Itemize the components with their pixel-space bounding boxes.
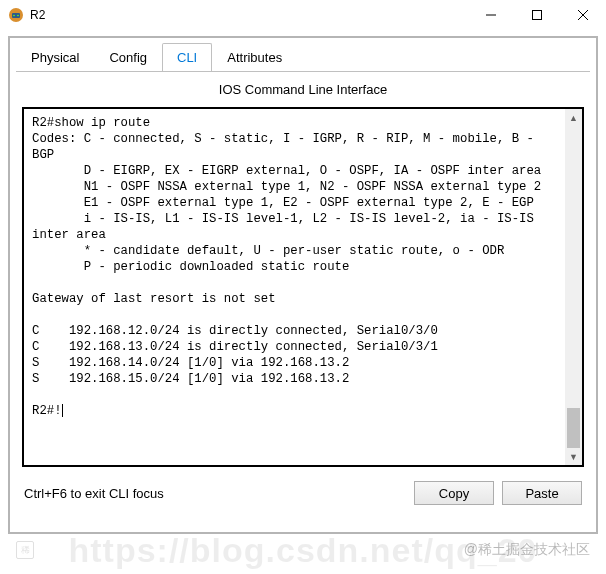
app-icon (8, 7, 24, 23)
juejin-logo-icon: 稀 (16, 541, 34, 559)
tab-bar: Physical Config CLI Attributes (10, 38, 596, 71)
scroll-track[interactable] (565, 126, 582, 448)
paste-button[interactable]: Paste (502, 481, 582, 505)
scroll-up-icon[interactable]: ▲ (565, 109, 582, 126)
maximize-button[interactable] (514, 0, 560, 30)
window-title: R2 (30, 8, 468, 22)
scroll-down-icon[interactable]: ▼ (565, 448, 582, 465)
title-bar: R2 (0, 0, 606, 30)
terminal-text: R2#show ip route Codes: C - connected, S… (32, 116, 541, 418)
cli-focus-hint: Ctrl+F6 to exit CLI focus (24, 486, 406, 501)
scroll-thumb[interactable] (567, 408, 580, 448)
window-controls (468, 0, 606, 30)
tab-config[interactable]: Config (94, 43, 162, 72)
main-panel: Physical Config CLI Attributes IOS Comma… (8, 36, 598, 534)
watermark-left: 稀 (16, 541, 34, 559)
tab-physical[interactable]: Physical (16, 43, 94, 72)
copy-button[interactable]: Copy (414, 481, 494, 505)
terminal-scrollbar[interactable]: ▲ ▼ (565, 109, 582, 465)
minimize-button[interactable] (468, 0, 514, 30)
close-button[interactable] (560, 0, 606, 30)
terminal-cursor (62, 404, 63, 417)
watermark-right: @稀土掘金技术社区 (464, 541, 590, 559)
tab-attributes[interactable]: Attributes (212, 43, 297, 72)
watermark-text: @稀土掘金技术社区 (464, 541, 590, 557)
tab-cli[interactable]: CLI (162, 43, 212, 72)
terminal-frame: R2#show ip route Codes: C - connected, S… (22, 107, 584, 467)
tab-underline (16, 71, 590, 72)
svg-point-2 (13, 15, 15, 17)
panel-subtitle: IOS Command Line Interface (10, 72, 596, 103)
terminal-output[interactable]: R2#show ip route Codes: C - connected, S… (24, 109, 565, 465)
svg-rect-5 (533, 11, 542, 20)
svg-point-3 (17, 15, 19, 17)
watermark-bg-text: https://blog.csdn.net/qq_20 (0, 531, 606, 570)
footer-bar: Ctrl+F6 to exit CLI focus Copy Paste (10, 471, 596, 515)
